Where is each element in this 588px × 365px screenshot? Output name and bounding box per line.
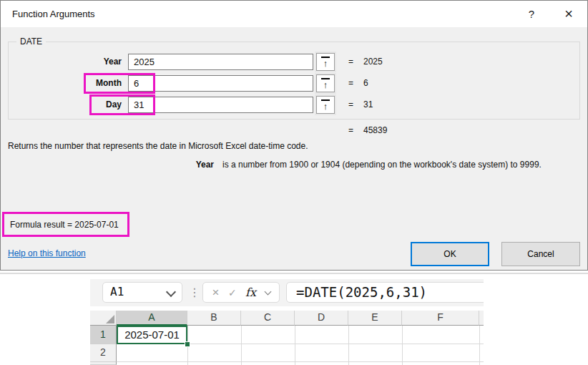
column-header-d[interactable]: D: [295, 311, 348, 326]
cancel-entry-icon[interactable]: ×: [212, 286, 219, 298]
collapse-dialog-icon: ↑: [317, 54, 334, 69]
close-icon[interactable]: ×: [553, 1, 584, 26]
function-arguments-dialog: Function Arguments ? × DATE Year ↑ = 202…: [0, 0, 588, 271]
gridline: [479, 326, 480, 365]
formula-bar-splitter-handle[interactable]: ⋮: [189, 279, 197, 306]
function-description: Returns the number that represents the d…: [8, 141, 308, 151]
month-evaluated-value: 6: [363, 75, 368, 92]
serial-equals-sign: =: [348, 122, 353, 139]
gridline: [295, 326, 295, 365]
column-header-e[interactable]: E: [348, 311, 402, 326]
cancel-button[interactable]: Cancel: [501, 242, 580, 266]
column-header-b[interactable]: B: [187, 311, 241, 326]
excel-sheet-region: A1 ⋮ × ✓ fx =DATE(2025,6,31) A B C D E: [90, 279, 484, 365]
year-evaluated-value: 2025: [363, 54, 383, 70]
insert-function-icon[interactable]: fx: [245, 286, 256, 299]
formula-result-text: Formula result = 2025-07-01: [10, 220, 119, 230]
day-input[interactable]: [128, 97, 313, 113]
gridline: [348, 326, 349, 365]
dialog-help-icon[interactable]: ?: [516, 1, 547, 26]
function-group-label: DATE: [16, 36, 46, 47]
year-input[interactable]: [128, 54, 313, 70]
formula-result-highlight-annotation: Formula result = 2025-07-01: [2, 212, 129, 237]
collapse-dialog-icon: ↑: [317, 76, 334, 91]
argument-help-text: is a number from 1900 or 1904 (depending…: [222, 160, 542, 170]
day-label: Day: [33, 97, 122, 113]
screenshot-canvas: Function Arguments ? × DATE Year ↑ = 202…: [0, 0, 588, 365]
name-box-value: A1: [110, 283, 124, 301]
row-header-1[interactable]: 1: [90, 326, 117, 344]
row-header-partial: [90, 362, 117, 365]
cell-a1-selected[interactable]: 2025-07-01: [117, 326, 187, 344]
collapse-dialog-icon: ↑: [317, 97, 334, 112]
column-header-c[interactable]: C: [241, 311, 295, 326]
month-input[interactable]: [128, 75, 313, 92]
month-equals-sign: =: [348, 75, 353, 92]
serial-result-value: 45839: [363, 122, 387, 139]
formula-input[interactable]: =DATE(2025,6,31): [286, 282, 484, 303]
name-box[interactable]: A1: [102, 282, 182, 303]
select-all-corner[interactable]: [90, 311, 117, 326]
select-all-triangle-icon: [106, 315, 114, 323]
year-collapse-dialog-button[interactable]: ↑: [316, 53, 335, 71]
day-equals-sign: =: [348, 97, 353, 113]
dialog-shadow: [0, 273, 588, 274]
formula-bar: A1 ⋮ × ✓ fx =DATE(2025,6,31): [90, 279, 484, 306]
argument-help-name: Year: [108, 160, 214, 170]
dialog-title: Function Arguments: [12, 1, 95, 27]
enter-entry-icon[interactable]: ✓: [228, 287, 237, 298]
help-on-function-link[interactable]: Help on this function: [8, 248, 86, 258]
fill-handle[interactable]: [185, 341, 190, 347]
month-collapse-dialog-button[interactable]: ↑: [316, 74, 335, 92]
row-header-2[interactable]: 2: [90, 344, 117, 362]
gridline: [241, 326, 242, 365]
formula-text: =DATE(2025,6,31): [296, 283, 427, 302]
chevron-down-icon[interactable]: [264, 288, 271, 296]
spreadsheet-grid: A B C D E F 1 2 2025-07-01: [90, 311, 484, 365]
day-evaluated-value: 31: [363, 97, 373, 113]
column-header-partial: [479, 311, 484, 326]
chevron-down-icon: [166, 287, 176, 297]
month-label: Month: [33, 75, 122, 92]
column-header-a[interactable]: A: [117, 311, 187, 326]
dialog-titlebar: Function Arguments ? ×: [1, 1, 587, 27]
year-equals-sign: =: [348, 54, 353, 70]
year-label: Year: [33, 54, 122, 70]
day-collapse-dialog-button[interactable]: ↑: [316, 96, 335, 114]
column-header-f[interactable]: F: [402, 311, 479, 326]
gridline: [402, 326, 403, 365]
gridline: [117, 361, 484, 362]
ok-button[interactable]: OK: [411, 242, 489, 266]
formula-toolbar: × ✓ fx: [202, 282, 280, 303]
